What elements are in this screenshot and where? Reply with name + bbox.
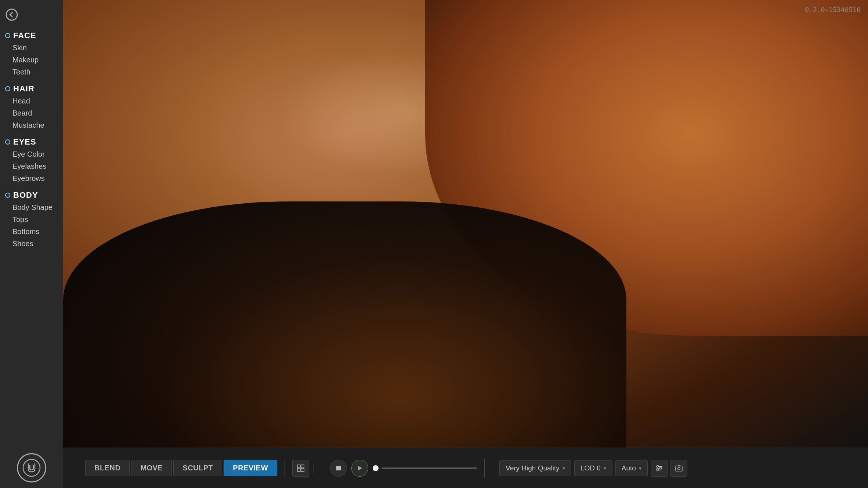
svg-marker-9 xyxy=(358,466,362,470)
auto-label: Auto xyxy=(622,464,636,472)
sidebar: FACE Skin Makeup Teeth HAIR Head Beard M… xyxy=(0,0,63,448)
svg-text:U: U xyxy=(29,464,34,472)
sidebar-item-eyebrows[interactable]: Eyebrows xyxy=(0,172,63,185)
timeline-track xyxy=(373,465,477,471)
stop-button[interactable] xyxy=(330,460,347,477)
eyes-section-title: EYES xyxy=(13,137,36,147)
main-container: FACE Skin Makeup Teeth HAIR Head Beard M… xyxy=(0,0,868,448)
body-section-icon xyxy=(5,193,10,198)
sidebar-section-hair: HAIR Head Beard Mustache xyxy=(0,81,63,131)
eyes-section-header[interactable]: EYES xyxy=(0,134,63,148)
svg-rect-16 xyxy=(676,466,682,471)
lod-dropdown[interactable]: LOD 0 ▾ xyxy=(574,460,612,476)
quality-label: Very High Quality xyxy=(506,464,560,472)
view-mode-separator xyxy=(314,463,314,474)
ue-logo: U xyxy=(0,448,63,488)
face-section-title: FACE xyxy=(13,31,36,40)
settings-icon xyxy=(655,464,663,472)
sidebar-section-body: BODY Body Shape Tops Bottoms Shoes xyxy=(0,187,63,250)
toolbar-right: Very High Quality ▾ LOD 0 ▾ Auto ▾ xyxy=(499,460,687,477)
ue-logo-icon: U xyxy=(22,459,41,477)
sidebar-item-bottoms[interactable]: Bottoms xyxy=(0,226,63,238)
sidebar-item-shoes[interactable]: Shoes xyxy=(0,238,63,250)
screenshot-button[interactable] xyxy=(670,460,687,477)
quality-dropdown[interactable]: Very High Quality ▾ xyxy=(499,460,571,476)
sidebar-section-face: FACE Skin Makeup Teeth xyxy=(0,28,63,78)
svg-rect-5 xyxy=(301,465,304,468)
auto-dropdown[interactable]: Auto ▾ xyxy=(615,460,648,476)
hair-section-icon xyxy=(5,86,10,91)
svg-rect-6 xyxy=(297,469,300,471)
face-render xyxy=(63,0,868,448)
play-icon xyxy=(357,465,363,471)
auto-dropdown-arrow: ▾ xyxy=(639,465,641,471)
body-section-title: BODY xyxy=(13,190,38,200)
lod-dropdown-arrow: ▾ xyxy=(604,465,606,471)
preview-button[interactable]: PREVIEW xyxy=(224,460,277,476)
svg-rect-8 xyxy=(336,466,341,470)
bottom-bar: U BLEND MOVE SCULPT PREVIEW xyxy=(0,448,868,488)
sidebar-item-teeth[interactable]: Teeth xyxy=(0,66,63,78)
blend-button[interactable]: BLEND xyxy=(85,460,130,476)
eyes-section-icon xyxy=(5,139,10,145)
view-mode-button[interactable] xyxy=(292,460,309,477)
toolbar-separator-1 xyxy=(285,459,285,477)
toolbar-separator-2 xyxy=(484,459,485,477)
sidebar-item-mustache[interactable]: Mustache xyxy=(0,119,63,131)
sidebar-item-tops[interactable]: Tops xyxy=(0,214,63,226)
viewport-settings-button[interactable] xyxy=(651,460,668,477)
unreal-engine-logo: U xyxy=(17,453,46,482)
sidebar-item-skin[interactable]: Skin xyxy=(0,42,63,54)
sidebar-item-beard[interactable]: Beard xyxy=(0,107,63,119)
hair-section-header[interactable]: HAIR xyxy=(0,81,63,95)
face-section-header[interactable]: FACE xyxy=(0,28,63,42)
play-button[interactable] xyxy=(351,460,368,477)
stop-icon xyxy=(335,465,342,471)
svg-point-13 xyxy=(657,465,658,467)
quality-dropdown-arrow: ▾ xyxy=(563,465,565,471)
lod-label: LOD 0 xyxy=(581,464,601,472)
timeline-bar[interactable] xyxy=(381,467,477,469)
sidebar-item-head[interactable]: Head xyxy=(0,95,63,107)
move-button[interactable]: MOVE xyxy=(131,460,172,476)
sidebar-section-eyes: EYES Eye Color Eyelashes Eyebrows xyxy=(0,134,63,185)
sculpt-button[interactable]: SCULPT xyxy=(173,460,222,476)
timeline-scrubber[interactable] xyxy=(373,465,379,471)
version-badge: 0.2.0-15348510 xyxy=(805,6,861,14)
svg-point-14 xyxy=(659,467,661,469)
grid-view-icon xyxy=(297,464,305,472)
svg-rect-4 xyxy=(297,465,300,468)
back-icon xyxy=(5,8,18,21)
hair-section-title: HAIR xyxy=(13,84,35,94)
sidebar-item-eyelashes[interactable]: Eyelashes xyxy=(0,160,63,172)
screenshot-icon xyxy=(675,464,683,472)
back-button[interactable] xyxy=(0,3,23,26)
sidebar-item-body-shape[interactable]: Body Shape xyxy=(0,201,63,214)
svg-point-17 xyxy=(677,467,680,470)
svg-point-15 xyxy=(657,469,658,471)
viewport: 0.2.0-15348510 xyxy=(63,0,868,448)
sidebar-item-eye-color[interactable]: Eye Color xyxy=(0,148,63,160)
sidebar-item-makeup[interactable]: Makeup xyxy=(0,54,63,66)
svg-point-0 xyxy=(6,9,17,20)
background-orange xyxy=(425,0,868,336)
body-section-header[interactable]: BODY xyxy=(0,187,63,201)
toolbar-left: BLEND MOVE SCULPT PREVIEW xyxy=(85,460,277,476)
playback-controls xyxy=(292,460,477,477)
face-section-icon xyxy=(5,33,10,38)
svg-rect-7 xyxy=(301,469,304,471)
